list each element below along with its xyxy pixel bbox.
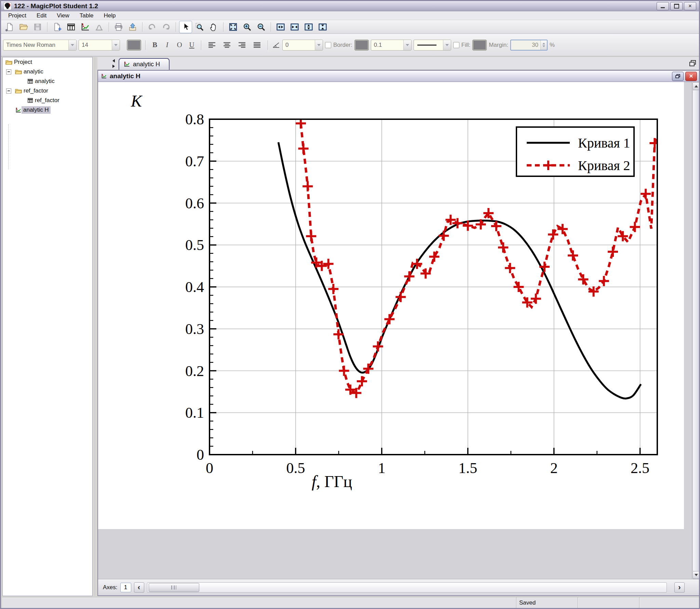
save-project-button[interactable] <box>31 21 44 33</box>
tree-item-label[interactable]: analytic <box>22 68 45 75</box>
zoom-region-tool-button[interactable] <box>193 21 206 33</box>
text-angle-select[interactable]: 0 <box>282 40 323 51</box>
page-scrollbar-thumb[interactable] <box>149 583 199 592</box>
redo-button[interactable] <box>160 21 173 33</box>
tree-expander-icon[interactable] <box>6 88 11 94</box>
tab-analytic-h[interactable]: analytic H <box>119 58 170 70</box>
align-right-button[interactable] <box>235 39 248 51</box>
border-checkbox[interactable] <box>325 42 331 48</box>
tree-item-ref_factor[interactable]: ref_factor <box>3 96 92 105</box>
fill-checkbox[interactable] <box>453 42 459 48</box>
chevron-down-icon[interactable] <box>112 40 120 50</box>
tree-item-analytic-h[interactable]: analytic H <box>3 105 92 115</box>
menu-edit[interactable]: Edit <box>31 12 52 20</box>
chevron-down-icon[interactable] <box>315 40 323 50</box>
tree-expander-icon[interactable] <box>6 69 11 74</box>
svg-text:K: K <box>131 92 143 110</box>
axes-number-field[interactable]: 1 <box>120 583 131 592</box>
add-page-button[interactable] <box>51 21 64 33</box>
align-center-button[interactable] <box>220 39 233 51</box>
minimize-button[interactable] <box>657 2 669 10</box>
maximize-button[interactable] <box>670 2 683 10</box>
tree-item-label[interactable]: analytic H <box>22 106 51 114</box>
select-tool-button[interactable] <box>179 21 192 33</box>
figure-icon <box>101 73 107 79</box>
plot-restore-button[interactable] <box>672 72 684 81</box>
tree-item-project[interactable]: Project <box>3 57 92 67</box>
restore-icon <box>674 4 679 9</box>
margin-spinner[interactable]: 30 <box>510 40 548 51</box>
plot-window-titlebar[interactable]: analytic H ✕ <box>98 71 700 82</box>
zoom-in-button[interactable] <box>241 21 254 33</box>
axes-next-button[interactable]: › <box>674 582 685 593</box>
chevron-down-icon[interactable] <box>443 40 451 50</box>
spinner-arrows[interactable] <box>540 40 547 50</box>
plot-close-button[interactable]: ✕ <box>685 72 697 81</box>
italic-button[interactable]: I <box>162 40 172 50</box>
line-style-select[interactable] <box>414 40 451 51</box>
svg-text:0.6: 0.6 <box>185 195 204 212</box>
menu-help[interactable]: Help <box>98 12 121 20</box>
font-size-select[interactable]: 14 <box>79 40 120 51</box>
undo-button[interactable] <box>146 21 159 33</box>
bold-button[interactable]: B <box>150 40 160 50</box>
plot-page[interactable]: 00.511.522.500.10.20.30.40.50.60.70.8Kf,… <box>98 82 684 529</box>
shrink-y-button[interactable] <box>316 21 329 33</box>
tab-scroll-arrows[interactable] <box>112 59 115 68</box>
fill-color-swatch[interactable] <box>472 40 487 51</box>
add-figure-button[interactable] <box>79 21 92 33</box>
menu-view[interactable]: View <box>52 12 75 20</box>
svg-text:1: 1 <box>378 460 386 476</box>
tree-item-analytic[interactable]: analytic <box>3 77 92 86</box>
chevron-down-icon[interactable] <box>68 40 76 50</box>
vertical-scrollbar-thumb[interactable] <box>692 90 700 571</box>
toolbar-separator <box>145 40 146 50</box>
plot-window-title: analytic H <box>110 72 140 80</box>
text-color-swatch[interactable] <box>127 40 141 51</box>
border-color-swatch[interactable] <box>354 40 369 51</box>
zoom-out-button[interactable] <box>255 21 268 33</box>
new-project-button[interactable] <box>3 21 16 33</box>
outline-button[interactable]: O <box>174 40 185 50</box>
align-justify-button[interactable] <box>251 39 264 51</box>
svg-text:0.4: 0.4 <box>185 279 204 295</box>
table-icon <box>27 79 33 84</box>
chevron-down-icon[interactable] <box>403 40 411 50</box>
project-tree-panel[interactable]: Projectanalyticanalyticref_factorref_fac… <box>2 57 93 596</box>
open-project-button[interactable] <box>17 21 30 33</box>
tree-item-ref_factor[interactable]: ref_factor <box>3 86 92 96</box>
border-width-select[interactable]: 0.1 <box>371 40 412 51</box>
export-image-button[interactable] <box>126 21 139 33</box>
tree-item-analytic[interactable]: analytic <box>3 67 92 77</box>
font-size-value: 14 <box>79 42 112 49</box>
font-family-select[interactable]: Times New Roman <box>3 40 77 51</box>
tree-item-label[interactable]: Project <box>12 58 34 66</box>
add-table-button[interactable] <box>65 21 78 33</box>
align-left-button[interactable] <box>205 39 218 51</box>
tree-item-label[interactable]: ref_factor <box>33 97 61 104</box>
page-scrollbar[interactable] <box>147 582 667 593</box>
menu-project[interactable]: Project <box>3 12 31 20</box>
expand-x-button[interactable] <box>274 21 287 33</box>
scroll-up-button[interactable] <box>692 82 700 90</box>
print-button[interactable] <box>112 21 125 33</box>
underline-button[interactable]: U <box>187 40 197 50</box>
tree-item-label[interactable]: analytic <box>33 78 56 85</box>
add-fit-plot-button[interactable] <box>93 21 106 33</box>
axes-prev-button[interactable]: ‹ <box>134 582 144 593</box>
close-button[interactable]: ✕ <box>684 2 696 10</box>
vertical-scrollbar[interactable] <box>692 82 700 579</box>
hand-tool-button[interactable] <box>207 21 220 33</box>
svg-text:Кривая 1: Кривая 1 <box>578 135 630 151</box>
fit-to-window-button[interactable] <box>227 21 240 33</box>
folder-icon <box>15 88 22 94</box>
cascade-windows-button[interactable] <box>689 60 697 67</box>
menu-table[interactable]: Table <box>75 12 99 20</box>
title-bar[interactable]: 122 - MagicPlot Student 1.2 ✕ <box>1 1 699 11</box>
tree-item-label[interactable]: ref_factor <box>22 87 50 95</box>
toolbar-separator <box>47 22 48 32</box>
expand-y-button[interactable] <box>302 21 315 33</box>
panel-splitter[interactable] <box>93 57 97 596</box>
shrink-x-button[interactable] <box>288 21 301 33</box>
scroll-down-button[interactable] <box>692 571 700 579</box>
